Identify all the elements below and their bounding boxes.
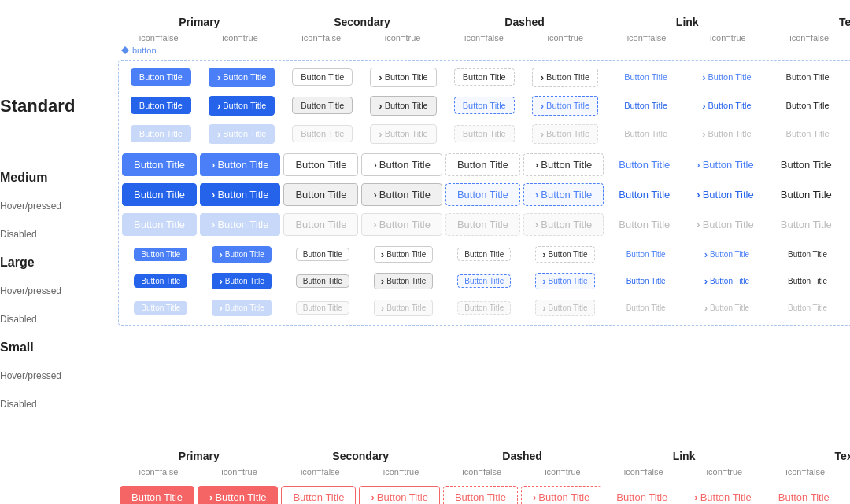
btn-text-large-normal-icon[interactable]: Button Title	[847, 153, 850, 176]
btn-link-large-hover[interactable]: Button Title	[607, 183, 682, 206]
btn-secondary-medium-hover[interactable]: Button Title	[292, 97, 353, 114]
btn-secondary-large-disabled-icon: Button Title	[361, 213, 442, 236]
marker-label: button	[132, 46, 157, 55]
btn-dashed-small-hover-icon[interactable]: Button Title	[535, 273, 594, 289]
btn-link-medium-disabled-icon: Button Title	[693, 124, 759, 144]
btn-primary-large-normal[interactable]: Button Title	[122, 153, 197, 176]
btn-secondary-large-hover-icon[interactable]: Button Title	[361, 183, 442, 206]
d-secondary-icon-true: icon=true	[360, 465, 442, 478]
btn-secondary-medium-hover-icon[interactable]: Button Title	[370, 96, 436, 116]
btn-primary-small-normal-icon[interactable]: Button Title	[212, 246, 271, 263]
btn-secondary-large-hover[interactable]: Button Title	[283, 183, 358, 206]
btn-secondary-small-normal-icon[interactable]: Button Title	[374, 246, 433, 263]
btn-primary-large-hover[interactable]: Button Title	[122, 183, 197, 206]
btn-dashed-large-disabled-icon: Button Title	[523, 213, 604, 236]
btn-link-small-hover-icon[interactable]: Button Title	[697, 273, 756, 289]
label-medium-disabled: Disabled	[0, 220, 118, 248]
d-link-icon-true: icon=true	[684, 465, 765, 478]
btn-dashed-medium-normal[interactable]: Button Title	[454, 68, 515, 86]
btn-link-medium-hover[interactable]: Button Title	[615, 97, 676, 114]
col-dashed: Dashed icon=false icon=true	[443, 16, 606, 44]
btn-secondary-medium-normal[interactable]: Button Title	[292, 68, 353, 86]
label-large-disabled: Disabled	[0, 305, 118, 333]
standard-grid: Primary icon=false icon=true Secondary i…	[118, 0, 850, 418]
btn-text-large-normal[interactable]: Button Title	[769, 153, 844, 176]
col-primary-title: Primary	[179, 16, 220, 28]
page: Standard Medium Hover/pressed Disabled L…	[0, 0, 850, 504]
btn-link-medium-normal-icon[interactable]: Button Title	[693, 68, 759, 87]
btn-secondary-large-normal-icon[interactable]: Button Title	[361, 153, 442, 176]
btn-link-large-disabled-icon: Button Title	[685, 213, 765, 236]
btn-text-medium-normal[interactable]: Button Title	[778, 68, 838, 86]
btn-link-small-normal[interactable]: Button Title	[619, 248, 673, 261]
btn-dashed-large-normal-icon[interactable]: Button Title	[523, 153, 604, 176]
btn-link-small-normal-icon[interactable]: Button Title	[697, 246, 756, 263]
btn-link-medium-normal[interactable]: Button Title	[615, 68, 676, 86]
btn-danger-link-large-normal-icon[interactable]: Button Title	[682, 486, 763, 505]
btn-dashed-small-normal[interactable]: Button Title	[457, 248, 511, 261]
btn-text-small-hover[interactable]: Button Title	[781, 274, 834, 288]
btn-danger-link-large-normal[interactable]: Button Title	[604, 486, 679, 505]
btn-danger-primary-large-normal-icon[interactable]: Button Title	[198, 486, 278, 505]
d-secondary-icon-false: icon=false	[279, 465, 360, 478]
btn-primary-small-hover[interactable]: Button Title	[134, 274, 187, 288]
d-col-text-title: Text	[835, 450, 850, 462]
col-text-title: Text	[839, 16, 850, 28]
btn-link-small-disabled: Button Title	[619, 301, 673, 315]
btn-dashed-large-normal[interactable]: Button Title	[445, 153, 520, 176]
btn-danger-text-large-normal[interactable]: Button Title	[767, 486, 841, 505]
btn-primary-large-disabled-icon: Button Title	[200, 213, 280, 236]
col-dashed-title: Dashed	[504, 16, 545, 28]
btn-secondary-medium-normal-icon[interactable]: Button Title	[370, 68, 436, 87]
btn-link-large-normal[interactable]: Button Title	[607, 153, 682, 176]
primary-icon-false: icon=false	[118, 31, 199, 44]
btn-text-large-hover-icon[interactable]: Button Title	[847, 183, 850, 206]
btn-text-large-hover[interactable]: Button Title	[769, 183, 844, 206]
btn-primary-small-normal[interactable]: Button Title	[134, 248, 187, 261]
btn-dashed-small-normal-icon[interactable]: Button Title	[535, 246, 594, 263]
d-dashed-icon-false: icon=false	[442, 465, 523, 478]
btn-text-medium-hover[interactable]: Button Title	[778, 97, 838, 114]
dangerous-section: Dangerous Large Hover/pressed Primary ic…	[0, 434, 850, 504]
btn-primary-medium-hover[interactable]: Button Title	[131, 97, 191, 114]
label-small: Small	[0, 333, 118, 362]
btn-dashed-medium-normal-icon[interactable]: Button Title	[532, 68, 598, 87]
label-large-hover: Hover/pressed	[0, 277, 118, 305]
btn-dashed-medium-hover-icon[interactable]: Button Title	[532, 96, 598, 116]
btn-link-small-hover[interactable]: Button Title	[619, 274, 673, 288]
btn-danger-dashed-large-normal-icon[interactable]: Button Title	[521, 486, 601, 505]
btn-danger-primary-large-normal[interactable]: Button Title	[120, 486, 194, 505]
btn-secondary-small-normal[interactable]: Button Title	[296, 248, 349, 261]
btn-primary-large-normal-icon[interactable]: Button Title	[200, 153, 280, 176]
btn-primary-medium-hover-icon[interactable]: Button Title	[209, 96, 275, 116]
btn-primary-small-hover-icon[interactable]: Button Title	[212, 273, 271, 289]
btn-secondary-small-disabled-icon: Button Title	[374, 300, 433, 316]
d-col-primary-title: Primary	[179, 450, 220, 462]
btn-danger-secondary-large-normal-icon[interactable]: Button Title	[359, 486, 439, 505]
sidebar-standard: Standard Medium Hover/pressed Disabled L…	[0, 0, 118, 418]
btn-link-medium-hover-icon[interactable]: Button Title	[693, 96, 759, 116]
btn-link-large-hover-icon[interactable]: Button Title	[685, 183, 765, 206]
btn-danger-secondary-large-normal[interactable]: Button Title	[281, 486, 356, 505]
btn-danger-dashed-large-normal[interactable]: Button Title	[443, 486, 518, 505]
btn-link-large-normal-icon[interactable]: Button Title	[685, 153, 765, 176]
btn-secondary-small-disabled: Button Title	[296, 301, 349, 315]
col-link: Link icon=false icon=true	[606, 16, 769, 44]
btn-primary-medium-normal[interactable]: Button Title	[131, 68, 191, 86]
btn-dashed-large-disabled: Button Title	[445, 213, 520, 236]
btn-dashed-medium-hover[interactable]: Button Title	[454, 97, 515, 114]
btn-dashed-small-hover[interactable]: Button Title	[457, 274, 511, 288]
btn-danger-text-large-normal-icon[interactable]: Button Title	[844, 486, 850, 505]
btn-secondary-small-hover[interactable]: Button Title	[296, 274, 349, 288]
btn-secondary-medium-disabled: Button Title	[292, 125, 353, 142]
secondary-icon-true: icon=true	[362, 31, 443, 44]
btn-primary-large-hover-icon[interactable]: Button Title	[200, 183, 280, 206]
dashed-icon-true: icon=true	[525, 31, 606, 44]
btn-primary-medium-normal-icon[interactable]: Button Title	[209, 68, 275, 87]
btn-text-small-normal[interactable]: Button Title	[781, 248, 834, 261]
btn-secondary-large-normal[interactable]: Button Title	[283, 153, 358, 176]
btn-dashed-large-hover[interactable]: Button Title	[445, 183, 520, 206]
secondary-icon-false: icon=false	[281, 31, 362, 44]
btn-secondary-small-hover-icon[interactable]: Button Title	[374, 273, 433, 289]
btn-dashed-large-hover-icon[interactable]: Button Title	[523, 183, 604, 206]
